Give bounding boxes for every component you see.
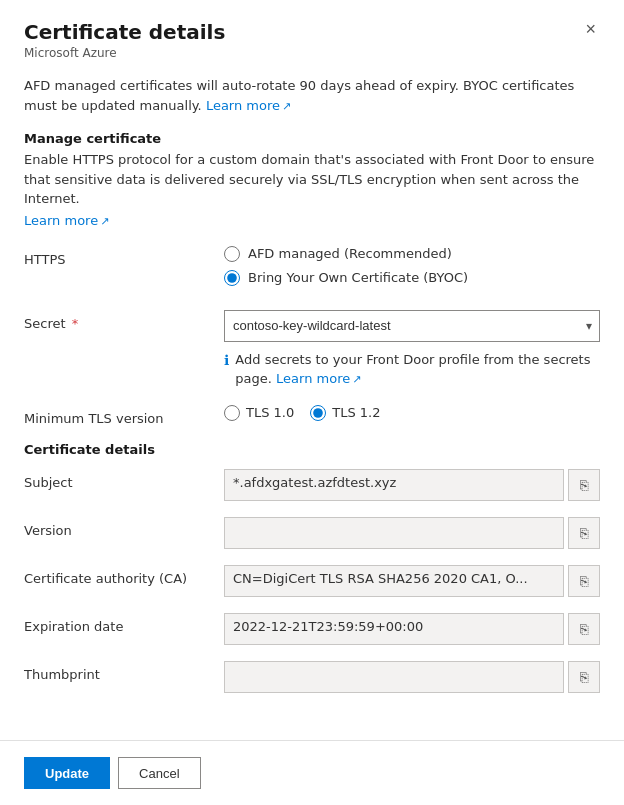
thumbprint-label: Thumbprint: [24, 661, 224, 682]
external-link-icon: ↗: [282, 99, 291, 116]
version-copy-button[interactable]: ⎘: [568, 517, 600, 549]
dialog-body: AFD managed certificates will auto-rotat…: [0, 64, 624, 740]
expiration-value: 2022-12-21T23:59:59+00:00: [224, 613, 564, 645]
radio-afd-managed-input[interactable]: [224, 246, 240, 262]
tls-control: TLS 1.0 TLS 1.2: [224, 405, 600, 421]
subject-value: *.afdxgatest.azfdtest.xyz: [224, 469, 564, 501]
radio-tls10-label: TLS 1.0: [246, 405, 294, 420]
external-link-icon-2: ↗: [100, 215, 109, 228]
secret-row: Secret * contoso-key-wildcard-latest ▾ ℹ…: [24, 310, 600, 389]
expiration-label: Expiration date: [24, 613, 224, 634]
expiration-field-wrapper: 2022-12-21T23:59:59+00:00 ⎘: [224, 613, 600, 645]
radio-tls10[interactable]: TLS 1.0: [224, 405, 294, 421]
subject-field-wrapper: *.afdxgatest.azfdtest.xyz ⎘: [224, 469, 600, 501]
dialog-title: Certificate details: [24, 20, 225, 44]
dialog-subtitle: Microsoft Azure: [24, 46, 225, 60]
thumbprint-field-wrapper: ⎘: [224, 661, 600, 693]
ca-field-wrapper: CN=DigiCert TLS RSA SHA256 2020 CA1, O..…: [224, 565, 600, 597]
secret-label: Secret *: [24, 310, 224, 331]
version-label: Version: [24, 517, 224, 538]
secret-info-note: ℹ Add secrets to your Front Door profile…: [224, 350, 600, 389]
dialog-header: Certificate details Microsoft Azure ×: [0, 0, 624, 64]
certificate-details-dialog: Certificate details Microsoft Azure × AF…: [0, 0, 624, 805]
subject-control: *.afdxgatest.azfdtest.xyz ⎘: [224, 469, 600, 501]
secret-select[interactable]: contoso-key-wildcard-latest: [224, 310, 600, 342]
external-link-icon-3: ↗: [352, 372, 361, 389]
header-text: Certificate details Microsoft Azure: [24, 20, 225, 60]
tls-label: Minimum TLS version: [24, 405, 224, 426]
radio-tls12-input[interactable]: [310, 405, 326, 421]
form-section: HTTPS AFD managed (Recommended) Bring Yo…: [24, 246, 600, 693]
ca-control: CN=DigiCert TLS RSA SHA256 2020 CA1, O..…: [224, 565, 600, 597]
radio-byoc-label: Bring Your Own Certificate (BYOC): [248, 270, 468, 285]
version-row: Version ⎘: [24, 517, 600, 549]
info-banner: AFD managed certificates will auto-rotat…: [24, 76, 600, 115]
expiration-control: 2022-12-21T23:59:59+00:00 ⎘: [224, 613, 600, 645]
manage-cert-title: Manage certificate: [24, 131, 600, 146]
radio-afd-managed[interactable]: AFD managed (Recommended): [224, 246, 600, 262]
cert-details-title: Certificate details: [24, 442, 600, 457]
https-control: AFD managed (Recommended) Bring Your Own…: [224, 246, 600, 294]
version-value: [224, 517, 564, 549]
subject-label: Subject: [24, 469, 224, 490]
version-control: ⎘: [224, 517, 600, 549]
thumbprint-value: [224, 661, 564, 693]
tls-row: Minimum TLS version TLS 1.0 TLS 1.2: [24, 405, 600, 426]
manage-cert-desc: Enable HTTPS protocol for a custom domai…: [24, 150, 600, 209]
radio-byoc[interactable]: Bring Your Own Certificate (BYOC): [224, 270, 600, 286]
info-banner-text: AFD managed certificates will auto-rotat…: [24, 78, 574, 113]
https-row: HTTPS AFD managed (Recommended) Bring Yo…: [24, 246, 600, 294]
expiration-copy-button[interactable]: ⎘: [568, 613, 600, 645]
radio-tls12-label: TLS 1.2: [332, 405, 380, 420]
secret-select-wrapper: contoso-key-wildcard-latest ▾: [224, 310, 600, 342]
required-marker: *: [68, 316, 79, 331]
subject-row: Subject *.afdxgatest.azfdtest.xyz ⎘: [24, 469, 600, 501]
ca-label: Certificate authority (CA): [24, 565, 224, 586]
subject-copy-button[interactable]: ⎘: [568, 469, 600, 501]
https-label: HTTPS: [24, 246, 224, 267]
ca-copy-button[interactable]: ⎘: [568, 565, 600, 597]
thumbprint-row: Thumbprint ⎘: [24, 661, 600, 693]
radio-afd-managed-label: AFD managed (Recommended): [248, 246, 452, 261]
secret-control: contoso-key-wildcard-latest ▾ ℹ Add secr…: [224, 310, 600, 389]
update-button[interactable]: Update: [24, 757, 110, 789]
tls-options: TLS 1.0 TLS 1.2: [224, 405, 600, 421]
radio-tls12[interactable]: TLS 1.2: [310, 405, 380, 421]
radio-tls10-input[interactable]: [224, 405, 240, 421]
version-field-wrapper: ⎘: [224, 517, 600, 549]
radio-byoc-input[interactable]: [224, 270, 240, 286]
thumbprint-control: ⎘: [224, 661, 600, 693]
close-button[interactable]: ×: [581, 20, 600, 38]
thumbprint-copy-button[interactable]: ⎘: [568, 661, 600, 693]
ca-row: Certificate authority (CA) CN=DigiCert T…: [24, 565, 600, 597]
secret-info-text: Add secrets to your Front Door profile f…: [235, 350, 600, 389]
learn-more-link-secret[interactable]: Learn more ↗: [276, 371, 361, 386]
learn-more-link-manage[interactable]: Learn more ↗: [24, 213, 109, 228]
expiration-row: Expiration date 2022-12-21T23:59:59+00:0…: [24, 613, 600, 645]
info-circle-icon: ℹ: [224, 350, 229, 371]
ca-value: CN=DigiCert TLS RSA SHA256 2020 CA1, O..…: [224, 565, 564, 597]
dialog-footer: Update Cancel: [0, 740, 624, 805]
cancel-button[interactable]: Cancel: [118, 757, 200, 789]
learn-more-link-banner[interactable]: Learn more ↗: [206, 98, 291, 113]
